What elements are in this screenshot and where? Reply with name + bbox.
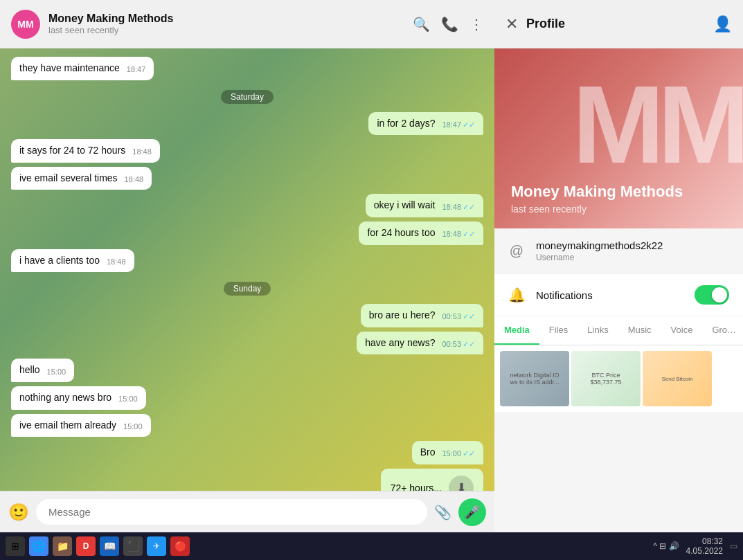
media-tabs: Media Files Links Music Voice Gro…: [494, 316, 743, 345]
tab-links[interactable]: Links: [578, 316, 618, 345]
tab-voice[interactable]: Voice: [661, 316, 703, 345]
message-row: i have a clients too 18:48: [11, 249, 483, 273]
chat-header-icons: 🔍 📞 ⋮: [413, 16, 483, 33]
message-time: 18:48: [125, 174, 144, 185]
message-row: for 24 hours too 18:48✓✓: [11, 222, 483, 245]
phone-icon[interactable]: 📞: [441, 16, 458, 33]
message-row: nothing any news bro 15:00: [11, 386, 483, 410]
chat-bubble: okey i will wait 18:48✓✓: [366, 194, 483, 217]
profile-header-bar: ✕ Profile 👤: [494, 0, 743, 48]
media-thumbnail[interactable]: BTC Price$38,737.75: [571, 351, 641, 406]
bell-icon: 🔔: [508, 287, 525, 303]
mic-button[interactable]: 🎤: [458, 498, 486, 526]
taskbar-right: ^ ⊟ 🔊 08:32 4.05.2022 ▭: [653, 536, 737, 556]
message-time: 18:48: [132, 147, 152, 157]
download-message-row: 72+ hours... ⬇: [11, 469, 483, 491]
chat-bubble: hello 15:00: [11, 359, 74, 382]
tab-groups[interactable]: Gro…: [702, 316, 743, 345]
message-text: ive email them already: [19, 419, 116, 433]
at-icon: @: [508, 243, 525, 259]
message-text: i have a clients too: [19, 254, 100, 268]
attach-button[interactable]: 📎: [434, 504, 451, 521]
chat-avatar: MM: [11, 10, 40, 39]
download-text: 72+ hours...: [391, 482, 442, 491]
file-manager-icon[interactable]: 📁: [53, 536, 72, 556]
profile-title: Profile: [526, 17, 705, 31]
chat-input-bar: 🙂 📎 🎤: [0, 491, 494, 532]
message-row: ive email them already 15:00: [11, 414, 483, 437]
profile-hero-status: last seen recently: [511, 204, 587, 215]
message-time: 18:47: [127, 64, 146, 75]
username-label: Username: [536, 253, 663, 262]
message-row: they have maintenance 18:47: [11, 57, 483, 80]
chat-header-info: Money Making Methods last seen recently: [48, 12, 404, 35]
media-thumbnail[interactable]: Send Bitcoin: [643, 351, 712, 406]
chat-panel: MM Money Making Methods last seen recent…: [0, 0, 494, 532]
message-time: 18:48: [107, 257, 126, 267]
taskbar: ⊞ 🌐 📁 D 📖 ⬛ ✈ 🔴 ^ ⊟ 🔊 08:32 4.05.2022 ▭: [0, 532, 743, 560]
message-text: ive email several times: [19, 172, 118, 186]
chat-bubble: nothing any news bro 15:00: [11, 386, 146, 410]
media-grid: network Digital IOws to its IS addr... B…: [494, 345, 743, 412]
tab-files[interactable]: Files: [539, 316, 578, 345]
username-row: @ moneymakingmethods2k22 Username: [494, 228, 743, 274]
notifications-label: Notifications: [536, 289, 683, 301]
message-time: 15:00✓✓: [442, 449, 475, 459]
toggle-knob: [712, 287, 727, 302]
start-button[interactable]: ⊞: [6, 536, 25, 556]
profile-hero: MM Money Making Methods last seen recent…: [494, 48, 743, 228]
message-time: 18:47✓✓: [442, 120, 475, 130]
chat-bubble: bro are u here? 00:53✓✓: [361, 304, 483, 327]
chat-bubble: in for 2 days? 18:47✓✓: [368, 112, 483, 136]
message-text: nothing any news bro: [19, 391, 111, 405]
message-time: 15:00: [118, 394, 138, 404]
tab-music[interactable]: Music: [618, 316, 661, 345]
search-icon[interactable]: 🔍: [413, 16, 430, 33]
show-desktop-button[interactable]: ▭: [730, 541, 737, 551]
app-icon-2[interactable]: 🔴: [170, 536, 190, 556]
add-contact-icon[interactable]: 👤: [713, 15, 732, 33]
message-text: it says for 24 to 72 hours: [19, 144, 125, 158]
message-row: it says for 24 to 72 hours 18:48: [11, 139, 483, 163]
media-thumbnail[interactable]: network Digital IOws to its IS addr...: [500, 351, 569, 406]
message-input[interactable]: [36, 499, 427, 525]
chat-name: Money Making Methods: [48, 12, 404, 25]
message-row: in for 2 days? 18:47✓✓: [11, 112, 483, 136]
chrome-icon[interactable]: 🌐: [29, 536, 48, 556]
dictionary-icon[interactable]: D: [76, 536, 96, 556]
message-time: 15:00: [47, 367, 66, 377]
chat-bubble: they have maintenance 18:47: [11, 57, 154, 80]
chat-bubble: Bro 15:00✓✓: [412, 441, 483, 464]
day-divider-saturday: Saturday: [11, 90, 483, 102]
message-text: have any news?: [365, 336, 435, 350]
telegram-icon[interactable]: ✈: [147, 536, 166, 556]
close-button[interactable]: ✕: [505, 15, 518, 33]
app-icon-1[interactable]: ⬛: [123, 536, 143, 556]
taskbar-left: ⊞ 🌐 📁 D 📖 ⬛ ✈ 🔴: [6, 536, 190, 556]
chat-status: last seen recently: [48, 25, 404, 35]
taskbar-time: 08:32 4.05.2022: [686, 536, 723, 556]
emoji-button[interactable]: 🙂: [8, 503, 29, 522]
chat-bubble: have any news? 00:53✓✓: [357, 332, 483, 355]
notifications-toggle[interactable]: [695, 285, 729, 305]
message-text: okey i will wait: [374, 199, 436, 213]
message-row: ive email several times 18:48: [11, 167, 483, 190]
tab-media[interactable]: Media: [494, 316, 539, 345]
download-button[interactable]: ⬇: [449, 476, 474, 491]
profile-hero-name: Money Making Methods: [511, 183, 683, 201]
message-time: 00:53✓✓: [442, 339, 475, 350]
system-tray-icons: ^ ⊟ 🔊: [653, 541, 679, 551]
day-divider-sunday: Sunday: [11, 282, 483, 294]
more-options-icon[interactable]: ⋮: [469, 16, 483, 33]
message-row: bro are u here? 00:53✓✓: [11, 304, 483, 327]
message-text: for 24 hours too: [367, 226, 435, 240]
message-row: Bro 15:00✓✓: [11, 441, 483, 464]
chat-bubble: for 24 hours too 18:48✓✓: [359, 222, 483, 245]
profile-hero-initials: MM: [572, 69, 743, 180]
message-time: 18:48✓✓: [442, 229, 475, 240]
message-text: Bro: [420, 446, 436, 460]
reader-icon[interactable]: 📖: [100, 536, 119, 556]
message-time: 00:53✓✓: [442, 311, 475, 322]
chat-bubble: ive email several times 18:48: [11, 167, 152, 190]
download-bubble: 72+ hours... ⬇: [381, 469, 483, 491]
